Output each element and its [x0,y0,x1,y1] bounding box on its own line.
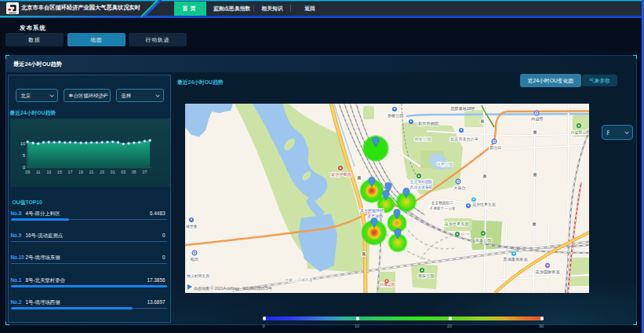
svg-text:稻田: 稻田 [191,257,198,262]
svg-text:北京市丰台八中: 北京市丰台八中 [449,137,478,142]
svg-text:香椿公园: 香椿公园 [387,113,404,119]
svg-text:花乡世界名居: 花乡世界名居 [472,202,496,207]
svg-text:13: 13 [46,170,51,174]
svg-text:子弟第十一小学: 子弟第十一小学 [429,206,456,211]
svg-text:独义村回王房: 独义村回王房 [187,273,209,279]
svg-text:17: 17 [67,170,72,174]
svg-text:新华双拥园: 新华双拥园 [418,121,438,126]
svg-text:在建 小京雄高速: 在建 小京雄高速 [286,277,313,283]
svg-text:郭公庄: 郭公庄 [489,145,502,151]
svg-text:21: 21 [89,170,93,174]
svg-text:花乡国际家居: 花乡国际家居 [535,269,560,275]
svg-text:丰台区循环经: 丰台区循环经 [360,208,384,214]
svg-text:19: 19 [78,170,83,174]
svg-text:高德地图 © 2021AutoNavi - GS(2021): 高德地图 © 2021AutoNavi - GS(2021)6375号 [194,286,272,291]
svg-text:11: 11 [36,170,40,174]
svg-text:03: 03 [121,170,126,174]
svg-text:07: 07 [142,170,147,174]
svg-text:10: 10 [20,141,24,146]
svg-text:领葆公园: 领葆公园 [417,273,435,278]
svg-text:5: 5 [22,153,24,158]
svg-text:15: 15 [57,170,62,174]
svg-text:紫谷伊甸园: 紫谷伊甸园 [331,172,351,177]
svg-text:01: 01 [110,170,115,174]
svg-text:世界公园: 世界公园 [437,162,453,166]
svg-text:北京铁路职工: 北京铁路职工 [431,200,454,206]
svg-text:御泉公园: 御泉公园 [414,137,431,141]
svg-text:09: 09 [25,170,30,174]
svg-text:北京华科国际: 北京华科国际 [410,179,433,185]
svg-text:苏保康闲家居: 苏保康闲家居 [503,257,528,262]
svg-text:城堡香: 城堡香 [185,224,197,229]
svg-text:高尔夫俱乐部: 高尔夫俱乐部 [410,185,433,190]
svg-text:白盆窑公园: 白盆窑公园 [571,130,589,134]
svg-text:总部基地18区: 总部基地18区 [449,106,475,112]
svg-text:23: 23 [100,170,104,174]
svg-text:大葆台: 大葆台 [453,185,466,191]
svg-text:高鑫公园: 高鑫公园 [475,238,492,243]
svg-text:白盆窑: 白盆窑 [531,116,544,122]
svg-text:05: 05 [131,170,136,174]
svg-text:花乡世界名园: 花乡世界名园 [444,221,468,227]
